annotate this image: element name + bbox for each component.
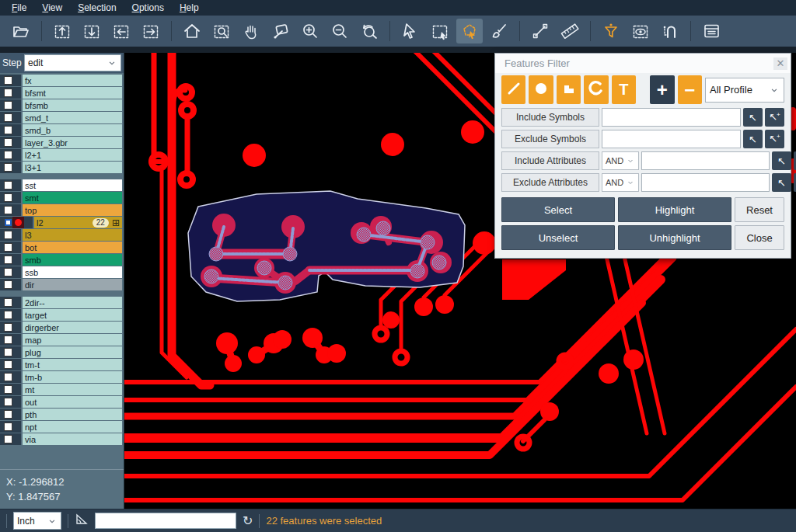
layer-visibility-checkbox[interactable] — [4, 218, 12, 227]
layer-visibility-checkbox[interactable] — [4, 373, 12, 381]
filter-surface-feature-button[interactable] — [557, 75, 581, 104]
filter-value-input[interactable] — [602, 130, 741, 148]
pick-add-from-canvas-button[interactable]: ↖+ — [765, 130, 784, 148]
pick-from-canvas-button[interactable]: ↖ — [772, 173, 791, 192]
layer-visibility-checkbox[interactable] — [4, 101, 12, 110]
filter-row-label-button[interactable]: Include Attributes — [501, 151, 599, 170]
tool-pan-down[interactable] — [79, 19, 105, 43]
layer-name[interactable]: l3+1 — [23, 162, 122, 173]
profile-select[interactable]: All Profile — [705, 78, 784, 103]
layer-name[interactable]: smb — [23, 254, 122, 266]
layer-visibility-checkbox[interactable] — [4, 336, 12, 344]
layer-name[interactable]: map — [23, 334, 122, 346]
layer-visibility-checkbox[interactable] — [4, 311, 12, 319]
tool-pan-left[interactable] — [108, 19, 134, 43]
layer-name[interactable]: 2dir-- — [23, 297, 122, 308]
layer-row-ssb[interactable]: ssb — [0, 266, 124, 278]
layer-visibility-checkbox[interactable] — [4, 422, 12, 431]
layer-row-l2[interactable]: l222⊞ — [0, 217, 124, 228]
filter-text-feature-button[interactable]: T — [612, 75, 636, 104]
tool-zoom-in[interactable] — [297, 19, 323, 43]
layer-name[interactable]: l2+1 — [23, 149, 122, 161]
filter-arc-feature-button[interactable] — [584, 75, 608, 104]
layer-visibility-checkbox[interactable] — [4, 126, 12, 134]
tool-open-file[interactable] — [8, 19, 34, 43]
menu-file[interactable]: File — [5, 1, 33, 15]
layer-visibility-checkbox[interactable] — [4, 323, 12, 332]
tool-select-polygon[interactable] — [456, 19, 483, 43]
layer-grid-icon[interactable]: ⊞ — [112, 217, 120, 228]
filter-pad-feature-button[interactable] — [529, 75, 553, 104]
logic-select[interactable]: AND — [602, 173, 639, 192]
tool-zoom-area[interactable] — [267, 19, 294, 43]
highlight-button[interactable]: Highlight — [618, 197, 731, 222]
reset-button[interactable]: Reset — [735, 197, 784, 222]
filter-line-feature-button[interactable] — [501, 75, 525, 104]
layer-row-bfsmt[interactable]: bfsmt — [0, 87, 124, 99]
layer-visibility-checkbox[interactable] — [4, 256, 12, 264]
tool-zoom-home[interactable] — [179, 19, 205, 43]
tool-measure-distance[interactable] — [527, 19, 553, 43]
tool-zoom-previous[interactable] — [356, 19, 382, 43]
filter-value-input[interactable] — [602, 108, 741, 127]
tool-zoom-window[interactable] — [208, 19, 235, 43]
layer-row-target[interactable]: target — [0, 309, 124, 321]
tool-select-rectangle[interactable] — [427, 19, 453, 43]
tool-pan-right[interactable] — [138, 19, 164, 43]
layer-row-fx[interactable]: fx — [0, 75, 124, 86]
layer-visibility-checkbox[interactable] — [4, 151, 12, 159]
layer-row-sst[interactable]: sst — [0, 179, 124, 191]
tool-clear-brush[interactable] — [486, 19, 512, 43]
filter-row-label-button[interactable]: Exclude Attributes — [501, 173, 599, 192]
layer-row-2dir--[interactable]: 2dir-- — [0, 297, 124, 308]
layer-visibility-checkbox[interactable] — [4, 193, 12, 202]
dialog-close-button[interactable]: ✕ — [773, 57, 787, 70]
filter-remove-button[interactable]: − — [678, 75, 702, 104]
layer-name[interactable]: l222⊞ — [34, 217, 122, 228]
layer-name[interactable]: bfsmt — [23, 87, 122, 99]
layer-visibility-checkbox[interactable] — [4, 298, 12, 307]
pick-from-canvas-button[interactable]: ↖ — [743, 130, 763, 148]
menu-selection[interactable]: Selection — [71, 1, 123, 15]
layer-row-npt[interactable]: npt — [0, 421, 124, 433]
layer-name[interactable]: smd_b — [23, 124, 122, 136]
layer-name[interactable]: target — [23, 309, 122, 321]
tool-report[interactable] — [698, 19, 724, 43]
filter-row-label-button[interactable]: Include Symbols — [501, 108, 599, 127]
layer-row-l3[interactable]: l3 — [0, 229, 124, 241]
close-button[interactable]: Close — [735, 225, 784, 250]
layer-name[interactable]: bfsmb — [23, 99, 122, 111]
menu-help[interactable]: Help — [173, 1, 206, 15]
tool-net-loop[interactable] — [657, 19, 683, 43]
logic-select[interactable]: AND — [602, 151, 639, 170]
layer-row-l3+1[interactable]: l3+1 — [0, 162, 124, 173]
layer-visibility-checkbox[interactable] — [4, 231, 12, 239]
layer-visibility-checkbox[interactable] — [4, 398, 12, 406]
layer-name[interactable]: smd_t — [23, 112, 122, 123]
tool-measure-ruler[interactable] — [557, 19, 583, 43]
select-button[interactable]: Select — [501, 197, 615, 222]
layer-name[interactable]: via — [23, 433, 122, 445]
layer-visibility-checkbox[interactable] — [4, 76, 12, 85]
layer-visibility-checkbox[interactable] — [4, 163, 12, 172]
layer-visibility-checkbox[interactable] — [4, 348, 12, 356]
layer-row-smd_t[interactable]: smd_t — [0, 112, 124, 123]
tool-features-filter[interactable] — [598, 19, 624, 43]
layer-row-tm-b[interactable]: tm-b — [0, 371, 124, 383]
layer-row-pth[interactable]: pth — [0, 409, 124, 420]
tool-view-highlight[interactable] — [627, 19, 654, 43]
layer-visibility-checkbox[interactable] — [4, 243, 12, 252]
unhighlight-button[interactable]: Unhighlight — [618, 225, 731, 250]
layer-row-dirgerber[interactable]: dirgerber — [0, 322, 124, 333]
tool-pan-hand[interactable] — [238, 19, 264, 43]
layer-name[interactable]: ssb — [23, 266, 122, 278]
layer-row-layer_3.gbr[interactable]: layer_3.gbr — [0, 137, 124, 148]
layer-row-map[interactable]: map — [0, 334, 124, 346]
layer-visibility-checkbox[interactable] — [4, 206, 12, 214]
layer-row-smt[interactable]: smt — [0, 192, 124, 203]
layer-visibility-checkbox[interactable] — [4, 138, 12, 147]
layer-name[interactable]: smt — [23, 192, 122, 203]
dialog-title-bar[interactable]: Features Filter ✕ — [495, 54, 791, 73]
unselect-button[interactable]: Unselect — [501, 225, 615, 250]
layer-name[interactable]: tm-t — [23, 359, 122, 370]
